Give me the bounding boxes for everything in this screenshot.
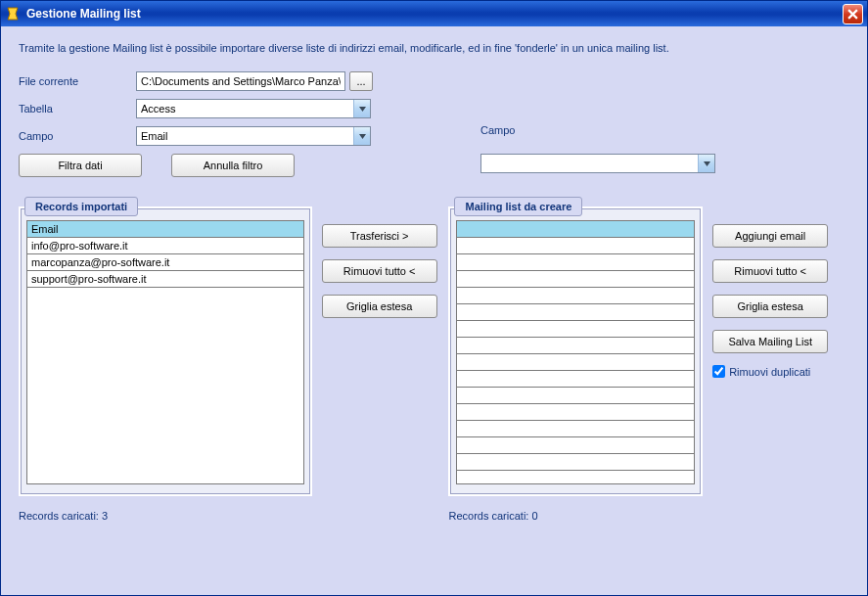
table-row[interactable] xyxy=(457,437,694,454)
add-email-button[interactable]: Aggiungi email xyxy=(712,224,828,248)
imported-grid-header[interactable]: Email xyxy=(27,221,303,238)
filter-button-row: Filtra dati Annulla filtro xyxy=(19,154,849,177)
remove-all-left-button[interactable]: Rimuovi tutto < xyxy=(322,259,437,283)
transfer-button[interactable]: Trasferisci > xyxy=(322,224,437,248)
table-select[interactable] xyxy=(136,99,371,118)
extended-grid-left-button[interactable]: Griglia estesa xyxy=(322,295,437,318)
field-label: Campo xyxy=(19,130,136,142)
table-row[interactable] xyxy=(457,388,694,404)
mailing-list-records-count: Records caricati: 0 xyxy=(448,510,703,522)
table-row[interactable] xyxy=(457,254,694,271)
transfer-buttons-column: Trasferisci > Rimuovi tutto < Griglia es… xyxy=(312,197,449,522)
table-row[interactable] xyxy=(457,321,694,338)
table-row: Tabella xyxy=(19,99,849,118)
file-label: File corrente xyxy=(19,75,136,87)
save-mailing-list-button[interactable]: Salva Mailing List xyxy=(712,330,828,353)
mailing-list-header: Mailing list da creare xyxy=(454,197,582,216)
table-row[interactable]: marcopanza@pro-software.it xyxy=(27,254,303,271)
grid-columns: Records importati Email info@pro-softwar… xyxy=(19,197,849,522)
table-row[interactable] xyxy=(457,271,694,288)
close-button[interactable] xyxy=(843,4,863,24)
table-row[interactable]: info@pro-software.it xyxy=(27,238,303,254)
titlebar: Gestione Mailing list xyxy=(1,1,867,26)
imported-records-column: Records importati Email info@pro-softwar… xyxy=(19,197,312,522)
table-select-value[interactable] xyxy=(136,99,371,118)
remove-all-right-button[interactable]: Rimuovi tutto < xyxy=(712,259,828,283)
table-row[interactable] xyxy=(457,454,694,471)
table-row[interactable] xyxy=(457,238,694,254)
mailing-list-grid[interactable] xyxy=(456,220,695,484)
filter-data-button[interactable]: Filtra dati xyxy=(19,154,142,177)
remove-duplicates-label: Rimuovi duplicati xyxy=(729,366,810,378)
field-row: Campo xyxy=(19,126,849,146)
description-text: Tramite la gestione Mailing list è possi… xyxy=(19,42,849,54)
field-select[interactable] xyxy=(136,126,371,146)
table-row[interactable] xyxy=(457,304,694,321)
mailing-list-grid-header[interactable] xyxy=(457,221,694,238)
clear-filter-button[interactable]: Annulla filtro xyxy=(171,154,295,177)
table-row[interactable] xyxy=(457,338,694,354)
mailing-list-window: Gestione Mailing list Tramite la gestion… xyxy=(0,0,868,596)
imported-records-count: Records caricati: 3 xyxy=(19,510,312,522)
field-select-value[interactable] xyxy=(136,126,371,146)
app-icon xyxy=(5,6,21,22)
table-row[interactable] xyxy=(457,371,694,388)
mailing-list-column: Mailing list da creare xyxy=(448,197,703,522)
right-field-select-value[interactable] xyxy=(480,154,715,173)
table-row[interactable] xyxy=(457,404,694,421)
mailing-list-box xyxy=(448,206,703,496)
right-field-group: Campo xyxy=(480,124,715,173)
remove-duplicates-row: Rimuovi duplicati xyxy=(712,365,849,378)
browse-button[interactable]: ... xyxy=(349,71,373,91)
table-row[interactable] xyxy=(457,421,694,437)
imported-records-grid[interactable]: Email info@pro-software.it marcopanza@pr… xyxy=(26,220,304,484)
content-area: Tramite la gestione Mailing list è possi… xyxy=(1,26,867,595)
imported-records-box: Email info@pro-software.it marcopanza@pr… xyxy=(19,206,312,496)
table-label: Tabella xyxy=(19,103,136,115)
right-field-select[interactable] xyxy=(480,154,715,173)
window-title: Gestione Mailing list xyxy=(26,7,843,21)
mailing-list-buttons-column: Aggiungi email Rimuovi tutto < Griglia e… xyxy=(703,197,849,522)
remove-duplicates-checkbox[interactable] xyxy=(712,365,725,378)
right-field-label: Campo xyxy=(480,124,715,136)
imported-records-header: Records importati xyxy=(24,197,138,216)
table-row[interactable]: support@pro-software.it xyxy=(27,271,303,288)
file-input[interactable] xyxy=(136,71,345,91)
file-row: File corrente ... xyxy=(19,71,849,91)
table-row[interactable] xyxy=(457,288,694,304)
extended-grid-right-button[interactable]: Griglia estesa xyxy=(712,295,828,318)
table-row[interactable] xyxy=(457,354,694,371)
